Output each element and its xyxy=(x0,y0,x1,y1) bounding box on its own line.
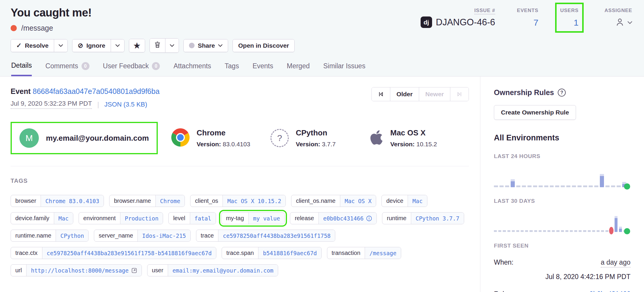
first-seen-release-link[interactable]: e0b0bc431466 xyxy=(586,290,630,292)
tag-value-link[interactable]: Mac xyxy=(54,213,73,224)
chart-bar xyxy=(511,179,515,187)
issue-stats: ISSUE # dj DJANGO-46-6 EVENTS 7 USERS 1 … xyxy=(399,8,632,28)
tab-count-badge: 0 xyxy=(152,62,160,70)
older-event-button[interactable]: Older xyxy=(390,87,419,101)
tabs: DetailsComments0User Feedback0Attachment… xyxy=(11,62,632,76)
help-question-icon[interactable]: ? xyxy=(558,89,566,97)
oldest-event-button[interactable] xyxy=(372,87,390,101)
apple-logo-icon xyxy=(370,129,383,147)
chart-baseline-dash xyxy=(512,230,515,232)
event-id-link[interactable]: 86684fa63aa047e7a0540801a9d9f6ba xyxy=(33,87,160,95)
tag-value-link[interactable]: Chrome xyxy=(155,195,185,207)
event-context-summary: M my.email@your.domain.com Chrome xyxy=(11,122,469,166)
tag-browser: browserChrome 83.0.4103 xyxy=(11,195,104,207)
tab-similar-issues[interactable]: Similar Issues xyxy=(323,62,365,76)
tab-events[interactable]: Events xyxy=(253,62,273,76)
ignore-label: Ignore xyxy=(86,42,105,49)
tab-tags[interactable]: Tags xyxy=(225,62,239,76)
chart-baseline-dash xyxy=(505,185,509,187)
tag-value-link[interactable]: /message xyxy=(365,247,401,259)
chart-baseline-dash xyxy=(525,230,528,232)
chart-baseline-dash xyxy=(556,230,559,232)
chart-baseline-dash xyxy=(592,230,595,232)
mute-icon: ⊘ xyxy=(78,42,83,49)
tab-details[interactable]: Details xyxy=(11,62,32,76)
chevron-down-icon xyxy=(628,21,632,24)
tag-value-link[interactable]: Production xyxy=(120,213,163,224)
resolve-button-group: ✓ Resolve xyxy=(11,39,68,52)
external-link-icon[interactable] xyxy=(131,268,137,273)
tag-trace.ctx: trace.ctxce5978250aff4438ba283e91561f175… xyxy=(11,247,216,259)
tag-client_os.name: client_os.nameMac OS X xyxy=(291,195,376,207)
share-label: Share xyxy=(198,42,215,49)
tab-merged[interactable]: Merged xyxy=(287,62,310,76)
tab-comments[interactable]: Comments0 xyxy=(45,62,89,76)
user-email: my.email@your.domain.com xyxy=(46,134,149,143)
chart-baseline-dash xyxy=(533,185,537,187)
tag-value-link[interactable]: Mac OS X 10.15.2 xyxy=(223,195,286,207)
tag-value-link[interactable]: email:my.email@your.domain.com xyxy=(168,265,278,276)
context-card-user-highlighted: M my.email@your.domain.com xyxy=(11,122,158,154)
runtime-name: CPython xyxy=(296,128,336,137)
tag-value-link[interactable]: Mac xyxy=(408,195,427,207)
chart-baseline-dash xyxy=(570,230,573,232)
resolve-button[interactable]: ✓ Resolve xyxy=(11,39,54,52)
open-in-discover-button[interactable]: Open in Discover xyxy=(233,39,294,52)
issue-short-id[interactable]: dj DJANGO-46-6 xyxy=(421,16,495,28)
delete-button[interactable] xyxy=(150,39,165,52)
last-24-hours-label: LAST 24 HOURS xyxy=(494,153,630,160)
tag-value-link[interactable]: my value xyxy=(248,213,285,224)
tag-value-link[interactable]: b5418816f9aec67d xyxy=(258,247,321,259)
tab-user-feedback[interactable]: User Feedback0 xyxy=(103,62,160,76)
ignore-button[interactable]: ⊘ Ignore xyxy=(72,39,111,52)
tag-value-link[interactable]: Idos-iMac-215 xyxy=(137,230,190,241)
tag-value-link[interactable]: ce5978250aff4438ba283e91561f1758 xyxy=(218,230,335,241)
tag-key: user xyxy=(147,265,168,276)
resolve-dropdown-button[interactable] xyxy=(54,39,67,52)
json-download-link[interactable]: JSON (3.5 KB) xyxy=(104,101,147,108)
chart-baseline-dash xyxy=(530,230,532,232)
chart-baseline-dash xyxy=(534,230,537,232)
tag-runtime.name: runtime.nameCPython xyxy=(11,230,89,242)
users-count[interactable]: 1 xyxy=(560,18,579,28)
tab-label: Attachments xyxy=(173,62,211,70)
chart-baseline-dash xyxy=(577,185,582,187)
ignore-dropdown-button[interactable] xyxy=(111,39,124,52)
chart-baseline-dash xyxy=(617,185,621,187)
events-count[interactable]: 7 xyxy=(517,18,538,28)
chart-baseline-dash xyxy=(605,230,608,232)
chart-marker-red xyxy=(609,227,614,235)
delete-dropdown-button[interactable] xyxy=(165,39,179,52)
chart-baseline-dash xyxy=(605,185,610,187)
tag-environment: environmentProduction xyxy=(79,212,163,224)
tag-user: useremail:my.email@your.domain.com xyxy=(147,264,278,276)
tag-value-link[interactable]: Chrome 83.0.4103 xyxy=(41,195,104,207)
create-ownership-rule-button[interactable]: Create Ownership Rule xyxy=(494,105,576,120)
chart-baseline-dash xyxy=(597,230,600,232)
bookmark-star-button[interactable]: ★ xyxy=(129,39,145,52)
tag-value-link[interactable]: CPython xyxy=(56,230,88,241)
tag-release: releasee0b0bc431466 xyxy=(290,212,377,224)
chart-baseline-dash xyxy=(601,230,604,232)
share-button[interactable]: Share xyxy=(184,39,228,52)
info-icon[interactable] xyxy=(366,215,372,221)
page-title: You caught me! xyxy=(11,6,92,19)
issue-short-id-text: DJANGO-46-6 xyxy=(436,17,495,28)
tag-value-link[interactable]: ce5978250aff4438ba283e91561f1758-b541881… xyxy=(42,247,216,259)
chart-baseline-dash xyxy=(552,230,555,232)
tab-attachments[interactable]: Attachments xyxy=(173,62,211,76)
tag-value-link[interactable]: e0b0bc431466 xyxy=(318,213,376,224)
tag-value-link[interactable]: Mac OS X xyxy=(340,195,376,207)
os-version: 10.15.2 xyxy=(416,141,437,147)
tag-key: trace.span xyxy=(222,247,258,259)
action-bar: ✓ Resolve ⊘ Ignore ★ xyxy=(11,38,632,53)
assignee-selector[interactable] xyxy=(605,17,632,28)
trash-icon xyxy=(154,41,161,50)
chart-baseline-dash xyxy=(522,185,526,187)
chart-baseline-dash xyxy=(589,185,593,187)
tag-value-link[interactable]: http://localhost:8000/message xyxy=(26,265,142,276)
tag-value-link[interactable]: fatal xyxy=(190,213,216,224)
tag-value-link[interactable]: CPython 3.7.7 xyxy=(411,213,464,224)
stat-assignee: ASSIGNEE xyxy=(605,8,632,28)
chart-baseline-dash xyxy=(503,230,506,232)
